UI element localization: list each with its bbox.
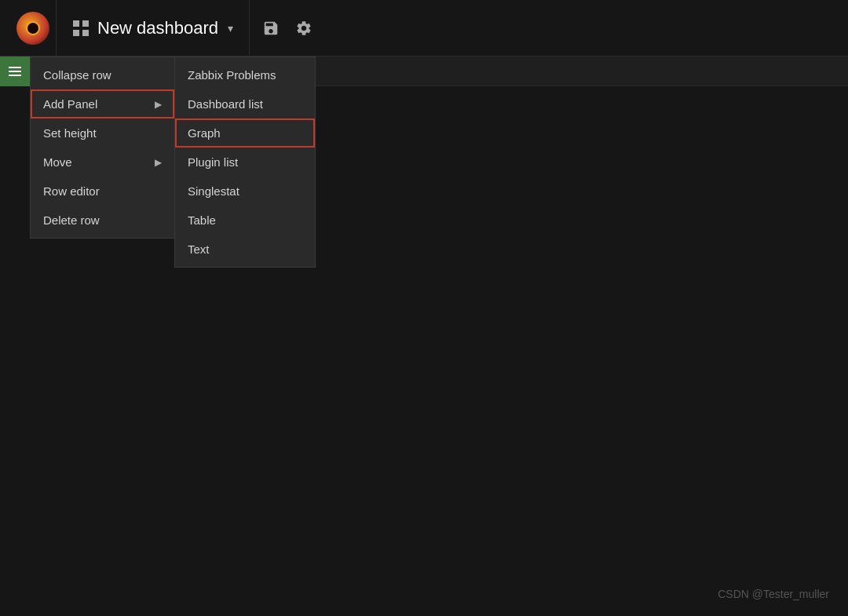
svg-rect-3: [82, 30, 89, 36]
row-menu-button[interactable]: [0, 56, 30, 86]
menu-item-collapse-row[interactable]: Collapse row: [31, 60, 174, 89]
menu-item-row-editor[interactable]: Row editor: [31, 177, 174, 206]
menu-item-zabbix-problems[interactable]: Zabbix Problems: [175, 60, 315, 89]
save-button[interactable]: [262, 20, 280, 37]
menu-item-plugin-list[interactable]: Plugin list: [175, 148, 315, 177]
dashboard-title-area[interactable]: New dashboard ▾: [57, 0, 250, 56]
context-menu-level-1: Collapse row Add Panel ▶ Set height Move…: [30, 56, 175, 239]
dashboard-grid-icon: [72, 20, 90, 37]
svg-rect-0: [73, 20, 79, 27]
svg-rect-2: [73, 30, 79, 36]
menu-item-graph[interactable]: Graph: [175, 118, 315, 148]
menu-item-set-height[interactable]: Set height: [31, 118, 174, 148]
submenu-arrow-move-icon: ▶: [155, 157, 162, 168]
navbar-actions: [250, 0, 325, 56]
navbar-logo[interactable]: [9, 0, 57, 56]
menu-item-table[interactable]: Table: [175, 206, 315, 235]
settings-button[interactable]: [295, 20, 313, 37]
hamburger-icon: [9, 67, 21, 76]
dashboard-dropdown-icon: ▾: [228, 22, 233, 35]
menu-item-dashboard-list[interactable]: Dashboard list: [175, 89, 315, 118]
menu-item-singlestat[interactable]: Singlestat: [175, 177, 315, 206]
menu-item-add-panel[interactable]: Add Panel ▶: [31, 89, 174, 118]
menu-item-delete-row[interactable]: Delete row: [31, 206, 174, 235]
submenu-arrow-icon: ▶: [155, 99, 162, 110]
context-menu-level-2: Zabbix Problems Dashboard list Graph Plu…: [174, 56, 316, 268]
navbar: New dashboard ▾: [0, 0, 848, 56]
menu-item-move[interactable]: Move ▶: [31, 148, 174, 177]
watermark: CSDN @Tester_muller: [718, 588, 829, 600]
menu-item-text[interactable]: Text: [175, 235, 315, 264]
grafana-logo: [16, 12, 49, 45]
svg-rect-1: [82, 20, 89, 27]
dashboard-title: New dashboard: [97, 18, 218, 38]
